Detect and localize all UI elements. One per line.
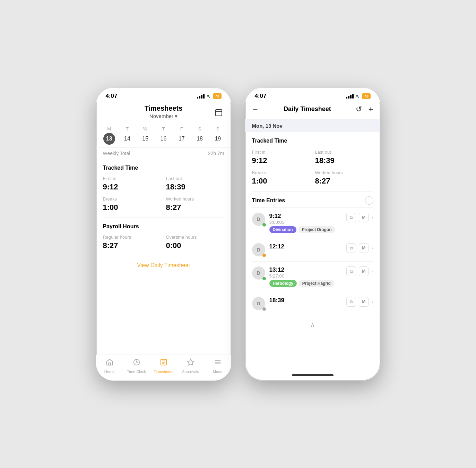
battery-badge-2: 73 [362,93,370,99]
tracked-time-section: Tracked Time First in 9:12 Last out 18:3… [96,159,231,218]
tag-project-hagrid: Project Hagrid [299,280,334,287]
history-icon[interactable]: ↺ [356,105,362,114]
home-indicator-2 [245,370,380,381]
last-out-2: Last out 18:39 [315,150,373,165]
tag-divination: Divination [269,226,296,233]
m-icon-0[interactable]: M [359,213,369,222]
nav-menu-label: Menu [213,369,223,374]
menu-icon [214,358,222,368]
payroll-title: Payroll Hours [103,223,224,230]
copy-icon-0[interactable]: ⧉ [346,213,356,222]
entry-dot-3 [262,307,266,311]
status-bar-1: 4:07 ∿ 73 [96,88,231,102]
entry-row-3[interactable]: D 18:39 ⧉ M › [252,292,373,315]
nav-time-clock[interactable]: Time Clock [123,358,150,374]
entry-body-3: 18:39 [269,297,343,304]
weekly-total-value: 22h 7m [208,151,224,156]
weekly-total-row: Weekly Total 22h 7m [96,147,231,159]
svg-rect-4 [109,363,111,365]
home-icon [106,358,113,368]
payroll-stats: Regular hours 8:27 Overtime hours 0:00 [103,235,224,250]
entry-row-0[interactable]: D 9:12 3:00:00 Divination Project Dragon… [252,207,373,238]
chevron-right-3[interactable]: › [371,299,373,305]
m-icon-3[interactable]: M [359,297,369,307]
week-nav: M 13 T 14 W 15 T 16 F 17 S 18 [96,124,231,147]
detail-header: ← Daily Timesheet ↺ + [245,102,380,119]
nav-timesheets[interactable]: Timesheets [150,358,177,374]
calendar-icon[interactable] [213,107,224,118]
breaks-2: Breaks 1:00 [252,170,310,186]
copy-icon-3[interactable]: ⧉ [346,297,356,307]
worked-hours-stat: Worked hours 8:27 [166,196,224,212]
week-day-5[interactable]: S 18 [191,126,209,145]
week-day-4[interactable]: F 17 [173,126,191,145]
status-icons-1: ∿ 73 [197,93,221,99]
tracked-title-2: Tracked Time [252,138,373,144]
entry-body-2: 13:12 5:27:00 Herbology Project Hagrid [269,266,343,287]
entry-row-1[interactable]: D 12:12 ⧉ M › [252,238,373,261]
info-icon[interactable]: i [365,196,373,205]
time-entries-section: Time Entries i D 9:12 3:00:00 Divination… [245,191,380,315]
wifi-icon-2: ∿ [356,93,360,99]
month-selector[interactable]: November ▾ [103,113,224,119]
m-icon-2[interactable]: M [359,266,369,276]
entry-actions-2: ⧉ M › [346,266,373,276]
week-day-6[interactable]: S 19 [209,126,227,145]
chevron-right-1[interactable]: › [371,245,373,251]
first-in-stat: First in 9:12 [103,176,161,192]
status-time-2: 4:07 [255,93,267,100]
copy-icon-2[interactable]: ⧉ [346,266,356,276]
time-clock-icon [133,358,140,368]
nav-approvals[interactable]: Approvals [177,358,204,374]
add-entry-button[interactable]: + [368,104,373,114]
regular-hours-stat: Regular hours 8:27 [103,235,161,250]
nav-time-clock-label: Time Clock [127,369,146,374]
entry-actions-3: ⧉ M › [346,297,373,307]
nav-menu[interactable]: Menu [204,358,231,374]
m-icon-1[interactable]: M [359,243,369,253]
entry-actions-1: ⧉ M › [346,243,373,253]
view-daily-link[interactable]: View Daily Timesheet [96,256,231,275]
phone2-content: Mon, 13 Nov Tracked Time First in 9:12 L… [245,119,380,370]
page-header: Timesheets November ▾ [96,102,231,124]
chevron-right-0[interactable]: › [371,214,373,221]
entry-body-1: 12:12 [269,243,343,250]
svg-rect-0 [216,110,222,116]
week-day-2[interactable]: W 15 [136,126,154,145]
back-button[interactable]: ← [252,105,259,113]
timesheets-icon [160,358,167,368]
signal-icon [197,94,205,99]
nav-home-label: Home [104,369,114,374]
phone-2: 4:07 ∿ 73 ← Daily Timesheet ↺ + Mon, 13 … [245,88,380,381]
detail-title: Daily Timesheet [284,105,331,113]
scroll-up-button[interactable]: ∧ [245,315,380,334]
entry-body-0: 9:12 3:00:00 Divination Project Dragon [269,213,343,233]
status-bar-2: 4:07 ∿ 73 [245,88,380,102]
header-actions: ↺ + [356,104,373,114]
week-day-0[interactable]: M 13 [100,126,118,145]
nav-timesheets-label: Timesheets [154,369,173,374]
date-banner: Mon, 13 Nov [245,119,380,132]
tracked-time-title: Tracked Time [103,165,224,171]
tracked-time-stats-2: First in 9:12 Last out 18:39 Breaks 1:00… [252,150,373,186]
entry-row-2[interactable]: D 13:12 5:27:00 Herbology Project Hagrid… [252,261,373,292]
week-day-1[interactable]: T 14 [118,126,136,145]
first-in-2: First in 9:12 [252,150,310,165]
nav-home[interactable]: Home [96,358,123,374]
nav-approvals-label: Approvals [182,369,199,374]
entries-title: Time Entries [252,197,285,204]
phone1-content: Timesheets November ▾ M 13 T [96,102,231,370]
tracked-time-stats: First in 9:12 Last out 18:39 Breaks 1:00… [103,176,224,212]
entry-dot-2 [262,277,266,280]
worked-2: Worked hours 8:27 [315,170,373,186]
battery-badge: 73 [213,93,221,99]
chevron-right-2[interactable]: › [371,268,373,274]
status-time-1: 4:07 [106,93,118,100]
weekly-total-label: Weekly Total [103,151,130,156]
wifi-icon: ∿ [207,93,211,99]
entry-dot-0 [262,223,266,227]
week-day-3[interactable]: T 16 [154,126,172,145]
phone-1: 4:07 ∿ 73 Timesheets November ▾ [96,88,231,381]
entries-header: Time Entries i [252,191,373,207]
copy-icon-1[interactable]: ⧉ [346,243,356,253]
